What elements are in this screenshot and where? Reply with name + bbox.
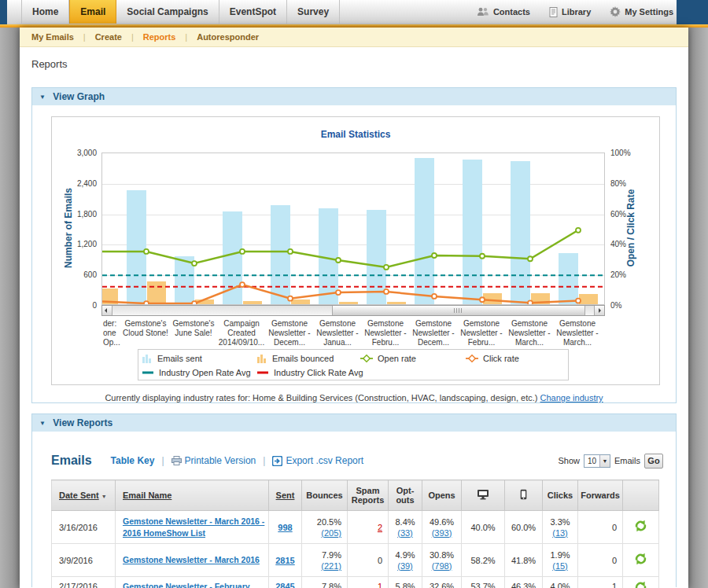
cell-spam-reports: 0 bbox=[348, 544, 389, 577]
scroll-right-button[interactable] bbox=[594, 306, 604, 315]
cell-resend[interactable] bbox=[623, 544, 659, 577]
legend-item: Emails bounced bbox=[256, 352, 334, 365]
data-point bbox=[288, 296, 293, 301]
data-point bbox=[576, 299, 581, 303]
x-axis-label: GemstoneNewsletter -Febru... bbox=[361, 319, 410, 347]
change-industry-link[interactable]: Change industry bbox=[540, 393, 603, 402]
table-row: 2/17/2016Gemstone Newsletter - February … bbox=[52, 577, 659, 588]
page-title: Reports bbox=[31, 58, 68, 70]
scrollbar-thumb[interactable] bbox=[332, 306, 585, 315]
cell-email-name: Gemstone Newsletter - February 2016 bbox=[116, 577, 269, 588]
mobile-icon bbox=[520, 489, 527, 500]
library-button[interactable]: Library bbox=[540, 7, 600, 17]
page-right-margin bbox=[688, 28, 708, 588]
cell-email-name: Gemstone Newsletter - March 2016 bbox=[116, 544, 269, 577]
x-axis-labels: der:oneOp...Gemstone'sCloud Stone!Gemsto… bbox=[101, 319, 605, 349]
legend-dash-icon bbox=[256, 369, 269, 376]
industry-note: Currently displaying industry rates for:… bbox=[32, 393, 676, 402]
data-point bbox=[480, 297, 485, 302]
legend-item: Industry Open Rate Avg bbox=[142, 366, 251, 379]
my-settings-button[interactable]: My Settings bbox=[600, 6, 675, 17]
printer-icon bbox=[171, 456, 182, 465]
tab-social-campaigns[interactable]: Social Campaigns bbox=[116, 0, 219, 24]
table-key-link[interactable]: Table Key bbox=[111, 455, 155, 466]
show-count-select[interactable]: 10▼ bbox=[584, 454, 610, 468]
view-graph-header[interactable]: ▼ View Graph bbox=[32, 88, 676, 105]
emails-toolbar: Emails Table Key | Printable Version | E… bbox=[51, 449, 663, 472]
sub-nav: My Emails | Create | Reports | Autorespo… bbox=[20, 28, 688, 47]
printable-version-link[interactable]: Printable Version bbox=[171, 455, 256, 466]
collapse-arrow-icon: ▼ bbox=[39, 420, 46, 427]
x-axis-label: CampaignCreated2014/09/10... bbox=[217, 319, 266, 347]
cell-spam-reports: 2 bbox=[348, 511, 389, 544]
cell-forwards: 1 bbox=[578, 577, 623, 588]
cell-opt-outs: 5.8%(54) bbox=[389, 577, 422, 588]
resend-icon[interactable] bbox=[634, 520, 647, 532]
cell-email-name: Gemstone Newsletter - March 2016 - 2016 … bbox=[116, 511, 269, 544]
cell-clicks: 3.3%(13) bbox=[543, 511, 578, 544]
nav-utility: Contacts Library My Settings bbox=[467, 0, 675, 24]
cell-bounces: 20.5%(205) bbox=[302, 511, 348, 544]
emails-heading: Emails bbox=[51, 454, 92, 468]
subnav-reports[interactable]: Reports bbox=[143, 32, 176, 42]
cell-mobile-opens: 46.3% bbox=[505, 577, 543, 588]
legend-bar-icon bbox=[256, 353, 267, 364]
data-point bbox=[384, 265, 389, 270]
emails-table: Date Sent▼Email NameSentBouncesSpamRepor… bbox=[51, 480, 659, 588]
content-sheet: My Emails | Create | Reports | Autorespo… bbox=[20, 28, 688, 588]
y-tick-left: 600 bbox=[53, 270, 97, 279]
cell-opens: 32.6%(927) bbox=[422, 577, 462, 588]
tab-eventspot[interactable]: EventSpot bbox=[219, 0, 287, 24]
data-point bbox=[336, 258, 341, 263]
data-point bbox=[480, 254, 485, 259]
view-reports-header[interactable]: ▼ View Reports bbox=[32, 414, 676, 432]
cell-resend[interactable] bbox=[623, 511, 659, 544]
resend-icon[interactable] bbox=[634, 553, 647, 565]
cell-date-sent: 2/17/2016 bbox=[52, 577, 116, 588]
y-tick-left: 0 bbox=[53, 301, 97, 310]
data-point bbox=[288, 249, 293, 254]
cell-date-sent: 3/16/2016 bbox=[52, 511, 116, 544]
tab-home[interactable]: Home bbox=[21, 0, 69, 24]
data-point bbox=[336, 290, 341, 295]
col-header-opens: Opens bbox=[422, 480, 462, 511]
tab-survey[interactable]: Survey bbox=[287, 0, 340, 24]
subnav-autoresponder[interactable]: Autoresponder bbox=[197, 32, 259, 42]
col-header-forwards: Forwards bbox=[578, 480, 623, 511]
contacts-button[interactable]: Contacts bbox=[467, 7, 540, 17]
resend-icon[interactable] bbox=[634, 581, 647, 588]
scroll-left-button[interactable] bbox=[102, 306, 112, 315]
chart-scrollbar[interactable] bbox=[101, 305, 605, 316]
y-tick-left: 3,000 bbox=[53, 149, 97, 157]
collapse-arrow-icon: ▼ bbox=[39, 94, 46, 101]
view-graph-section: ▼ View Graph Email Statistics Number of … bbox=[31, 87, 677, 403]
y-tick-right: 80% bbox=[610, 179, 626, 188]
sort-desc-icon: ▼ bbox=[101, 494, 107, 499]
x-axis-label: GemstoneNewsletter -March... bbox=[553, 319, 602, 347]
subnav-create[interactable]: Create bbox=[95, 32, 122, 42]
col-header-sent[interactable]: Sent bbox=[269, 480, 302, 511]
data-point bbox=[240, 249, 245, 254]
cell-opens: 49.6%(393) bbox=[422, 511, 462, 544]
library-icon bbox=[549, 7, 558, 17]
cell-opt-outs: 8.4%(33) bbox=[389, 511, 422, 544]
export-csv-link[interactable]: Export .csv Report bbox=[272, 455, 363, 466]
x-axis-label: GemstoneNewsletter -Febru... bbox=[457, 319, 506, 347]
col-header-date-sent[interactable]: Date Sent▼ bbox=[52, 480, 116, 511]
cell-resend[interactable] bbox=[623, 577, 659, 588]
main-nav: Home Email Social Campaigns EventSpot Su… bbox=[7, 0, 677, 24]
plot-area bbox=[101, 153, 605, 305]
col-header-opt-outs: Opt-outs bbox=[389, 480, 422, 511]
subnav-my-emails[interactable]: My Emails bbox=[31, 32, 74, 42]
tab-email[interactable]: Email bbox=[69, 0, 116, 24]
col-header-spam-reports: SpamReports bbox=[348, 480, 389, 511]
y-axis-label-left: Number of Emails bbox=[63, 149, 74, 307]
legend-item: Emails sent bbox=[142, 352, 202, 365]
y-tick-right: 20% bbox=[610, 270, 626, 279]
legend-line-icon bbox=[360, 354, 373, 363]
legend-bar-icon bbox=[142, 353, 153, 364]
cell-mobile-opens: 41.8% bbox=[505, 544, 543, 577]
col-header-email-name[interactable]: Email Name bbox=[116, 480, 269, 511]
go-button[interactable]: Go bbox=[644, 454, 663, 469]
legend-line-icon bbox=[466, 354, 478, 363]
